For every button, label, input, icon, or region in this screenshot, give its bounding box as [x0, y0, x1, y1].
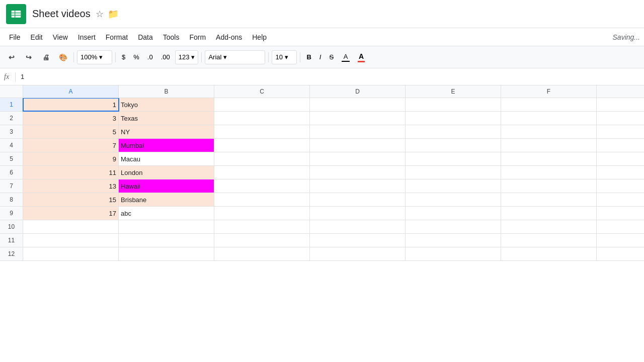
cell-a1[interactable]: 1 [23, 98, 119, 111]
italic-button[interactable]: I [316, 50, 325, 64]
cell-d10[interactable] [310, 220, 406, 233]
cell-a6[interactable]: 11 [23, 166, 119, 179]
cell-e6[interactable] [406, 166, 501, 179]
cell-a3[interactable]: 5 [23, 125, 119, 138]
favorite-icon[interactable]: ☆ [96, 9, 104, 20]
cell-f3[interactable] [501, 125, 597, 138]
cell-c4[interactable] [214, 139, 310, 152]
row-num-11[interactable]: 11 [0, 234, 23, 247]
cell-f11[interactable] [501, 234, 597, 247]
cell-d7[interactable] [310, 179, 406, 193]
cell-e2[interactable] [406, 112, 501, 125]
menu-insert[interactable]: Insert [73, 31, 101, 43]
cell-a4[interactable]: 7 [23, 139, 119, 152]
col-header-b[interactable]: B [119, 85, 214, 98]
cell-b8[interactable]: Brisbane [119, 193, 214, 206]
zoom-selector[interactable]: 100% ▾ [77, 50, 112, 64]
bold-button[interactable]: B [303, 50, 314, 64]
cell-d1[interactable] [310, 98, 406, 111]
cell-e10[interactable] [406, 220, 501, 233]
cell-a10[interactable] [23, 220, 119, 233]
cell-d11[interactable] [310, 234, 406, 247]
col-header-f[interactable]: F [501, 85, 597, 98]
cell-e9[interactable] [406, 207, 501, 220]
cell-d12[interactable] [310, 247, 406, 260]
undo-button[interactable]: ↩ [4, 50, 19, 65]
row-num-4[interactable]: 4 [0, 139, 23, 152]
print-button[interactable]: 🖨 [38, 50, 53, 65]
cell-c11[interactable] [214, 234, 310, 247]
cell-b3[interactable]: NY [119, 125, 214, 138]
cell-f1[interactable] [501, 98, 597, 111]
menu-view[interactable]: View [48, 31, 73, 43]
cell-b4[interactable]: Mumbai [119, 139, 214, 152]
cell-f10[interactable] [501, 220, 597, 233]
cell-f5[interactable] [501, 152, 597, 165]
cell-b6[interactable]: London [119, 166, 214, 179]
cell-c7[interactable] [214, 179, 310, 193]
decimal-more-button[interactable]: .00 [158, 50, 173, 64]
cell-c8[interactable] [214, 193, 310, 206]
row-num-12[interactable]: 12 [0, 247, 23, 260]
cell-c1[interactable] [214, 98, 310, 111]
redo-button[interactable]: ↪ [21, 50, 36, 65]
cell-b1[interactable]: Tokyo [119, 98, 214, 111]
cell-c6[interactable] [214, 166, 310, 179]
col-header-a[interactable]: A [23, 85, 119, 98]
text-color-button[interactable]: A [355, 50, 368, 64]
cell-b7[interactable]: Hawaii [119, 179, 214, 193]
row-num-9[interactable]: 9 [0, 207, 23, 220]
percent-button[interactable]: % [130, 50, 142, 64]
cell-a8[interactable]: 15 [23, 193, 119, 206]
menu-form[interactable]: Form [184, 31, 211, 43]
cell-b10[interactable] [119, 220, 214, 233]
paint-format-button[interactable]: 🎨 [55, 50, 70, 65]
row-num-10[interactable]: 10 [0, 220, 23, 233]
row-num-5[interactable]: 5 [0, 152, 23, 165]
cell-e1[interactable] [406, 98, 501, 111]
folder-icon[interactable]: 📁 [108, 9, 119, 20]
cell-f7[interactable] [501, 179, 597, 193]
cell-f8[interactable] [501, 193, 597, 206]
menu-file[interactable]: File [4, 31, 26, 43]
cell-f4[interactable] [501, 139, 597, 152]
menu-help[interactable]: Help [247, 31, 272, 43]
cell-e3[interactable] [406, 125, 501, 138]
menu-data[interactable]: Data [133, 31, 158, 43]
col-header-e[interactable]: E [406, 85, 501, 98]
cell-f2[interactable] [501, 112, 597, 125]
cell-f6[interactable] [501, 166, 597, 179]
col-header-d[interactable]: D [310, 85, 406, 98]
strikethrough-button[interactable]: S [326, 50, 337, 64]
menu-edit[interactable]: Edit [26, 31, 48, 43]
cell-e7[interactable] [406, 179, 501, 193]
cell-d2[interactable] [310, 112, 406, 125]
cell-a5[interactable]: 9 [23, 152, 119, 165]
cell-c10[interactable] [214, 220, 310, 233]
cell-c3[interactable] [214, 125, 310, 138]
row-num-7[interactable]: 7 [0, 179, 23, 193]
row-num-3[interactable]: 3 [0, 125, 23, 138]
row-num-6[interactable]: 6 [0, 166, 23, 179]
font-size-selector[interactable]: 10 ▾ [272, 50, 297, 64]
cell-a9[interactable]: 17 [23, 207, 119, 220]
cell-c2[interactable] [214, 112, 310, 125]
cell-f12[interactable] [501, 247, 597, 260]
underline-button[interactable]: A [339, 50, 353, 64]
menu-addons[interactable]: Add-ons [211, 31, 247, 43]
row-num-8[interactable]: 8 [0, 193, 23, 206]
cell-a11[interactable] [23, 234, 119, 247]
cell-a2[interactable]: 3 [23, 112, 119, 125]
currency-button[interactable]: $ [119, 50, 128, 64]
cell-e12[interactable] [406, 247, 501, 260]
cell-e5[interactable] [406, 152, 501, 165]
row-num-1[interactable]: 1 [0, 98, 23, 111]
cell-e11[interactable] [406, 234, 501, 247]
cell-e8[interactable] [406, 193, 501, 206]
cell-d5[interactable] [310, 152, 406, 165]
format-type-selector[interactable]: 123 ▾ [175, 50, 199, 64]
font-selector[interactable]: Arial ▾ [205, 50, 265, 64]
row-num-2[interactable]: 2 [0, 112, 23, 125]
cell-d4[interactable] [310, 139, 406, 152]
cell-d9[interactable] [310, 207, 406, 220]
